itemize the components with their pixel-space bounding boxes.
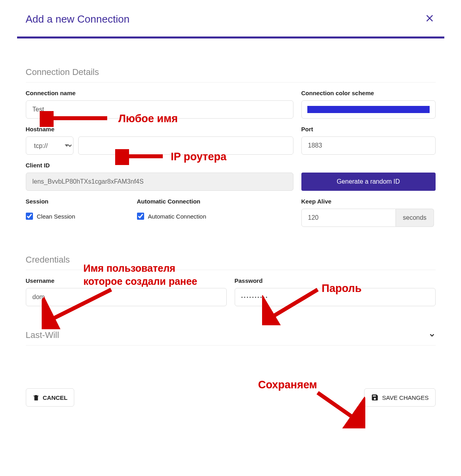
row-credentials: Username Password ••••••••••: [26, 277, 436, 306]
connection-name-input[interactable]: [26, 100, 293, 119]
password-label: Password: [235, 277, 436, 284]
row-session-keepalive: Session Clean Session Automatic Connecti…: [26, 198, 436, 227]
protocol-select-wrap: tcp://: [26, 136, 73, 155]
session-label: Session: [26, 198, 129, 205]
generate-id-button[interactable]: Generate a random ID: [301, 173, 436, 191]
add-connection-dialog: Add a new Connection Connection Details …: [16, 0, 445, 414]
section-lastwill[interactable]: Last-Will: [26, 330, 436, 345]
port-input[interactable]: [301, 136, 436, 155]
field-auto-connection: Automatic Connection Automatic Connectio…: [137, 198, 293, 227]
chevron-down-icon: [428, 332, 436, 339]
field-port: Port: [301, 126, 436, 155]
field-keep-alive: Keep Alive seconds: [301, 198, 436, 227]
lastwill-title: Last-Will: [26, 330, 59, 340]
close-button[interactable]: [424, 11, 436, 27]
color-preview: [307, 106, 430, 113]
header-accent-bar: [17, 36, 444, 38]
row-name-color: Connection name Connection color scheme: [26, 90, 436, 119]
field-connection-name: Connection name: [26, 90, 293, 119]
close-icon: [425, 14, 434, 23]
save-icon: [371, 393, 379, 401]
save-label: SAVE CHANGES: [382, 394, 428, 401]
save-button[interactable]: SAVE CHANGES: [364, 388, 435, 407]
port-label: Port: [301, 126, 436, 132]
row-clientid: Client ID Generate a random ID: [26, 162, 436, 191]
keep-alive-unit: seconds: [396, 209, 434, 227]
section-credentials: Credentials: [26, 255, 436, 270]
dialog-header: Add a new Connection: [16, 0, 445, 36]
hostname-input[interactable]: [78, 136, 293, 155]
clean-session-checkbox-label: Clean Session: [37, 213, 75, 220]
field-username: Username: [26, 277, 227, 306]
hostname-label: Hostname: [26, 126, 293, 132]
field-session: Session Clean Session: [26, 198, 129, 227]
row-hostname-port: Hostname tcp:// Port: [26, 126, 436, 155]
dialog-footer: CANCEL SAVE CHANGES: [16, 381, 445, 414]
color-scheme-selector[interactable]: [301, 100, 436, 119]
field-hostname: Hostname tcp://: [26, 126, 293, 155]
section-connection-details: Connection Details: [26, 67, 436, 83]
auto-conn-label: Automatic Connection: [137, 198, 293, 205]
field-color-scheme: Connection color scheme: [301, 90, 436, 119]
clean-session-checkbox[interactable]: [26, 213, 33, 220]
clean-session-wrap: Clean Session: [26, 213, 129, 220]
keep-alive-input[interactable]: [301, 209, 396, 227]
field-client-id: Client ID: [26, 162, 293, 191]
cancel-button[interactable]: CANCEL: [26, 388, 75, 407]
field-password: Password ••••••••••: [235, 277, 436, 306]
auto-conn-wrap: Automatic Connection: [137, 213, 293, 220]
auto-conn-checkbox-label: Automatic Connection: [148, 213, 206, 220]
protocol-select[interactable]: tcp://: [26, 136, 73, 155]
keep-alive-label: Keep Alive: [301, 198, 436, 205]
username-input[interactable]: [26, 288, 227, 306]
dialog-title: Add a new Connection: [26, 13, 130, 25]
connection-name-label: Connection name: [26, 90, 293, 96]
password-input[interactable]: ••••••••••: [235, 288, 436, 306]
client-id-input: [26, 173, 293, 191]
keep-alive-input-wrap: seconds: [301, 209, 436, 227]
password-value: ••••••••••: [241, 295, 269, 299]
username-label: Username: [26, 277, 227, 284]
dialog-content: Connection Details Connection name Conne…: [16, 67, 445, 345]
color-scheme-label: Connection color scheme: [301, 90, 436, 96]
trash-icon: [33, 394, 40, 401]
cancel-label: CANCEL: [43, 394, 68, 401]
client-id-label: Client ID: [26, 162, 293, 169]
auto-conn-checkbox[interactable]: [137, 213, 144, 220]
